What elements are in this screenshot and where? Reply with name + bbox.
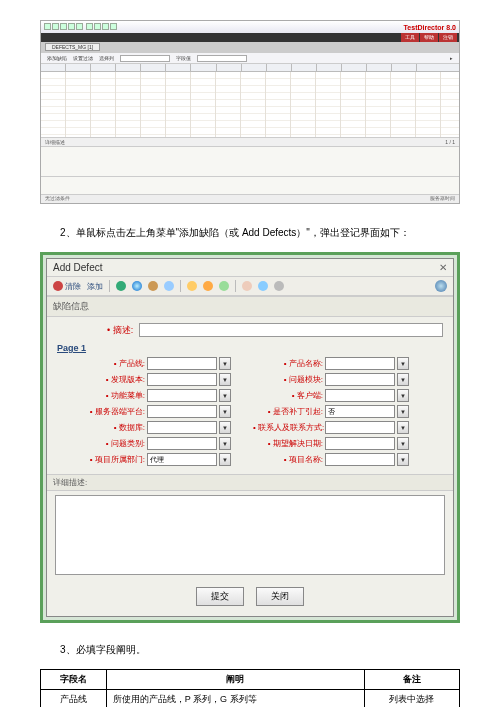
table-header: 阐明 [106,670,364,690]
field-input[interactable] [325,421,395,434]
btn-columns[interactable]: 选择列 [99,55,114,61]
field-input[interactable] [147,357,217,370]
spell2-icon[interactable] [203,281,213,291]
dropdown-icon[interactable]: ▼ [397,389,409,402]
tab-logout[interactable]: 注销 [439,33,457,42]
detail-textarea[interactable] [55,495,445,575]
field-label: 客户端: [253,390,323,401]
field-label: 服务器端平台: [75,406,145,417]
field-label: 期望解决日期: [253,438,323,449]
field-input[interactable] [147,389,217,402]
dropdown-icon[interactable]: ▼ [219,389,231,402]
grid-toolbar: 添加缺陷 设置过滤 选择列 字段值 ▸ [41,52,459,64]
grid-header [41,64,459,72]
dropdown-icon[interactable]: ▼ [219,437,231,450]
detail-tab[interactable]: 详细描述 [45,139,65,145]
toolbar-icons [44,23,118,31]
dropdown-icon[interactable]: ▼ [397,373,409,386]
detail-pane-2 [41,177,459,195]
submit-button[interactable]: 提交 [196,587,244,606]
dropdown-icon[interactable]: ▼ [219,357,231,370]
attach-icon[interactable] [148,281,158,291]
field-label: 发现版本: [75,374,145,385]
detail-pane [41,147,459,177]
caption-3: 3、必填字段阐明。 [40,641,460,659]
status-left: 无过滤条件 [45,195,70,203]
detail-header: 详细描述: [47,474,453,491]
dict-icon[interactable] [242,281,252,291]
close-icon[interactable]: ✕ [439,262,447,273]
add-button[interactable]: 添加 [87,281,103,292]
check-icon[interactable] [219,281,229,291]
app-screenshot: TestDirector 8.0 工具 帮助 注销 DEFECTS_MG [1]… [40,20,460,204]
paste-icon[interactable] [116,281,126,291]
field-input[interactable] [325,453,395,466]
field-label: 联系人及联系方式: [253,422,323,433]
btn-add-defect[interactable]: 添加缺陷 [47,55,67,61]
dropdown-icon[interactable]: ▼ [397,421,409,434]
grid-body[interactable] [41,72,459,137]
table-row: 产品线所使用的产品线，P 系列，G 系列等列表中选择 [41,690,460,708]
dropdown-icon[interactable]: ▼ [219,453,231,466]
field-input[interactable] [147,405,217,418]
help-icon[interactable] [435,280,447,292]
field-input[interactable] [325,437,395,450]
field-label: 产品线: [75,358,145,369]
dropdown-icon[interactable]: ▼ [219,421,231,434]
field-label: 是否补丁引起: [253,406,323,417]
field-label: 产品名称: [253,358,323,369]
value-field[interactable] [197,55,247,62]
spell-icon[interactable] [187,281,197,291]
dropdown-icon[interactable]: ▼ [397,437,409,450]
tool-icon[interactable] [274,281,284,291]
field-label: 问题模块: [253,374,323,385]
field-label: 问题类别: [75,438,145,449]
dialog-toolbar: 清除 添加 [47,277,453,296]
section-defect-info: 缺陷信息 [47,296,453,317]
table-header: 字段名 [41,670,107,690]
dropdown-icon[interactable]: ▼ [219,373,231,386]
page-label[interactable]: Page 1 [47,341,453,355]
form-grid: 产品线:▼产品名称:▼发现版本:▼问题模块:▼功能菜单:▼客户端:▼服务器端平台… [47,355,453,474]
status-right: 服务器时间 [430,195,455,203]
field-label: 项目名称: [253,454,323,465]
add-defect-dialog: Add Defect ✕ 清除 添加 缺陷信息 • 摘述: Page 1 产品线… [46,258,454,617]
globe-icon[interactable] [132,281,142,291]
field-input[interactable] [325,373,395,386]
caption-2: 2、单鼠标点击左上角菜单"添加缺陷（或 Add Defects）"，弹出登记界面… [40,224,460,242]
field-input[interactable] [147,437,217,450]
pager: 1 / 1 [445,139,455,145]
btn-filter[interactable]: 设置过滤 [73,55,93,61]
field-input[interactable] [147,421,217,434]
summary-label: • 摘述: [107,324,133,337]
lbl-fieldval: 字段值 [176,55,191,61]
book-icon[interactable] [258,281,268,291]
find-icon[interactable] [164,281,174,291]
dropdown-icon[interactable]: ▼ [219,405,231,418]
field-spec-table: 字段名阐明备注 产品线所使用的产品线，P 系列，G 系列等列表中选择 [40,669,460,707]
field-input[interactable]: 代理 [147,453,217,466]
table-header: 备注 [364,670,459,690]
summary-input[interactable] [139,323,443,337]
field-input[interactable] [325,357,395,370]
field-input[interactable] [325,389,395,402]
close-button[interactable]: 关闭 [256,587,304,606]
dropdown-icon[interactable]: ▼ [397,405,409,418]
dropdown-icon[interactable]: ▼ [397,453,409,466]
file-tab[interactable]: DEFECTS_MG [1] [45,43,100,51]
dialog-title: Add Defect [53,262,102,273]
field-input[interactable]: 否 [325,405,395,418]
tab-help[interactable]: 帮助 [420,33,438,42]
dropdown-icon[interactable]: ▼ [397,357,409,370]
top-tabs: 工具 帮助 注销 [41,33,459,42]
clear-icon [53,281,63,291]
clear-button[interactable]: 清除 [53,281,81,292]
app-brand: TestDirector 8.0 [404,24,456,31]
filter-field[interactable] [120,55,170,62]
field-input[interactable] [147,373,217,386]
field-label: 功能菜单: [75,390,145,401]
dialog-screenshot: Add Defect ✕ 清除 添加 缺陷信息 • 摘述: Page 1 产品线… [40,252,460,623]
tab-tools[interactable]: 工具 [401,33,419,42]
field-label: 数据库: [75,422,145,433]
field-label: 项目所属部门: [75,454,145,465]
